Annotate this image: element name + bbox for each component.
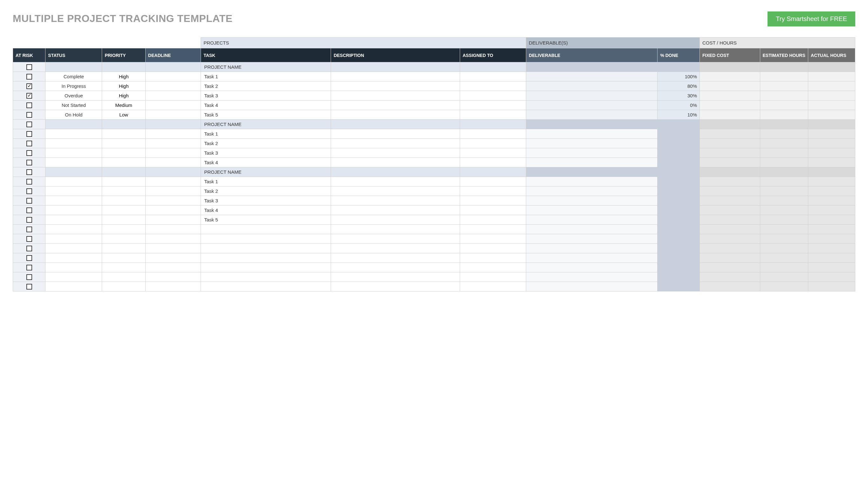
deliverable-cell[interactable] [526, 139, 657, 148]
actual-hours-cell[interactable] [808, 139, 855, 148]
fixed-cost-cell[interactable] [700, 196, 760, 206]
at-risk-checkbox[interactable] [26, 265, 32, 270]
at-risk-checkbox[interactable] [26, 83, 32, 89]
description-cell[interactable] [331, 282, 460, 291]
fixed-cost-cell[interactable] [700, 167, 760, 177]
percent-done-cell[interactable] [657, 139, 700, 148]
status-cell[interactable] [45, 282, 102, 291]
percent-done-cell[interactable] [657, 225, 700, 234]
priority-cell[interactable]: Medium [102, 100, 145, 110]
task-cell[interactable] [201, 282, 331, 291]
at-risk-checkbox[interactable] [26, 93, 32, 98]
at-risk-checkbox[interactable] [26, 112, 32, 118]
at-risk-checkbox[interactable] [26, 198, 32, 204]
fixed-cost-cell[interactable] [700, 215, 760, 225]
priority-cell[interactable] [102, 148, 145, 158]
priority-cell[interactable] [102, 272, 145, 282]
actual-hours-cell[interactable] [808, 282, 855, 291]
deliverable-cell[interactable] [526, 206, 657, 215]
deliverable-cell[interactable] [526, 225, 657, 234]
estimated-hours-cell[interactable] [760, 100, 808, 110]
assigned-to-cell[interactable] [460, 91, 526, 100]
description-cell[interactable] [331, 62, 460, 72]
deliverable-cell[interactable] [526, 244, 657, 253]
actual-hours-cell[interactable] [808, 253, 855, 263]
deadline-cell[interactable] [145, 225, 200, 234]
at-risk-checkbox[interactable] [26, 141, 32, 146]
fixed-cost-cell[interactable] [700, 225, 760, 234]
priority-cell[interactable] [102, 177, 145, 186]
priority-cell[interactable] [102, 215, 145, 225]
description-cell[interactable] [331, 72, 460, 82]
deadline-cell[interactable] [145, 272, 200, 282]
estimated-hours-cell[interactable] [760, 110, 808, 120]
description-cell[interactable] [331, 196, 460, 206]
deadline-cell[interactable] [145, 282, 200, 291]
actual-hours-cell[interactable] [808, 110, 855, 120]
percent-done-cell[interactable] [657, 253, 700, 263]
percent-done-cell[interactable] [657, 186, 700, 196]
percent-done-cell[interactable] [657, 177, 700, 186]
task-cell[interactable]: Task 5 [201, 110, 331, 120]
status-cell[interactable] [45, 215, 102, 225]
deadline-cell[interactable] [145, 215, 200, 225]
task-cell[interactable]: Task 1 [201, 177, 331, 186]
deadline-cell[interactable] [145, 148, 200, 158]
deadline-cell[interactable] [145, 206, 200, 215]
assigned-to-cell[interactable] [460, 167, 526, 177]
task-cell[interactable]: Task 5 [201, 215, 331, 225]
status-cell[interactable] [45, 253, 102, 263]
percent-done-cell[interactable]: 80% [657, 82, 700, 91]
description-cell[interactable] [331, 244, 460, 253]
estimated-hours-cell[interactable] [760, 129, 808, 139]
deadline-cell[interactable] [145, 62, 200, 72]
actual-hours-cell[interactable] [808, 62, 855, 72]
actual-hours-cell[interactable] [808, 244, 855, 253]
priority-cell[interactable] [102, 234, 145, 244]
at-risk-checkbox[interactable] [26, 74, 32, 80]
deliverable-cell[interactable] [526, 100, 657, 110]
deliverable-cell[interactable] [526, 148, 657, 158]
actual-hours-cell[interactable] [808, 72, 855, 82]
at-risk-checkbox[interactable] [26, 284, 32, 290]
deliverable-cell[interactable] [526, 91, 657, 100]
assigned-to-cell[interactable] [460, 244, 526, 253]
percent-done-cell[interactable]: 100% [657, 72, 700, 82]
task-cell[interactable]: Task 3 [201, 148, 331, 158]
task-cell[interactable]: Task 4 [201, 100, 331, 110]
deadline-cell[interactable] [145, 263, 200, 272]
deliverable-cell[interactable] [526, 177, 657, 186]
assigned-to-cell[interactable] [460, 272, 526, 282]
at-risk-checkbox[interactable] [26, 236, 32, 242]
deliverable-cell[interactable] [526, 82, 657, 91]
at-risk-checkbox[interactable] [26, 64, 32, 70]
description-cell[interactable] [331, 82, 460, 91]
try-smartsheet-button[interactable]: Try Smartsheet for FREE [768, 11, 855, 26]
priority-cell[interactable] [102, 129, 145, 139]
percent-done-cell[interactable] [657, 215, 700, 225]
priority-cell[interactable] [102, 158, 145, 167]
task-cell[interactable]: Task 1 [201, 72, 331, 82]
at-risk-checkbox[interactable] [26, 179, 32, 184]
deliverable-cell[interactable] [526, 110, 657, 120]
fixed-cost-cell[interactable] [700, 263, 760, 272]
at-risk-checkbox[interactable] [26, 150, 32, 156]
status-cell[interactable] [45, 177, 102, 186]
deadline-cell[interactable] [145, 129, 200, 139]
assigned-to-cell[interactable] [460, 225, 526, 234]
at-risk-checkbox[interactable] [26, 103, 32, 108]
at-risk-checkbox[interactable] [26, 255, 32, 261]
deadline-cell[interactable] [145, 72, 200, 82]
deliverable-cell[interactable] [526, 253, 657, 263]
estimated-hours-cell[interactable] [760, 120, 808, 129]
project-name-cell[interactable]: PROJECT NAME [201, 62, 331, 72]
fixed-cost-cell[interactable] [700, 244, 760, 253]
assigned-to-cell[interactable] [460, 177, 526, 186]
assigned-to-cell[interactable] [460, 100, 526, 110]
at-risk-checkbox[interactable] [26, 207, 32, 213]
fixed-cost-cell[interactable] [700, 72, 760, 82]
status-cell[interactable] [45, 167, 102, 177]
task-cell[interactable]: Task 1 [201, 129, 331, 139]
description-cell[interactable] [331, 158, 460, 167]
assigned-to-cell[interactable] [460, 282, 526, 291]
